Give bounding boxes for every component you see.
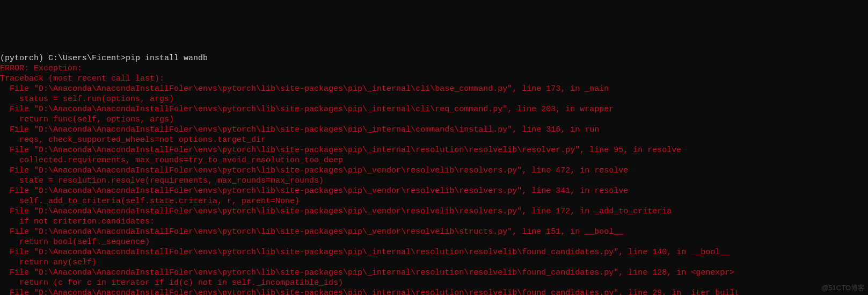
- trace-file: File "D:\Anaconda\AnacondaInstallFoler\e…: [0, 227, 623, 236]
- trace-file: File "D:\Anaconda\AnacondaInstallFoler\e…: [0, 186, 628, 196]
- trace-code: return bool(self._sequence): [0, 238, 150, 247]
- trace-file: File "D:\Anaconda\AnacondaInstallFoler\e…: [0, 166, 628, 175]
- trace-code: status = self.run(options, args): [0, 95, 174, 104]
- trace-code: reqs, check_supported_wheels=not options…: [0, 135, 266, 145]
- error-header: ERROR: Exception:: [0, 64, 82, 73]
- terminal-output[interactable]: (pytorch) C:\Users\Ficent>pip install wa…: [0, 51, 868, 295]
- traceback-frames: File "D:\Anaconda\AnacondaInstallFoler\e…: [0, 84, 868, 295]
- command-text: pip install wandb: [126, 54, 208, 63]
- trace-code: return any(self): [0, 258, 97, 267]
- trace-code: collected.requirements, max_rounds=try_t…: [0, 156, 343, 165]
- trace-file: File "D:\Anaconda\AnacondaInstallFoler\e…: [0, 207, 672, 216]
- trace-code: return (c for c in iterator if id(c) not…: [0, 278, 343, 287]
- trace-file: File "D:\Anaconda\AnacondaInstallFoler\e…: [0, 84, 609, 93]
- trace-code: state = resolution.resolve(requirements,…: [0, 176, 324, 185]
- trace-file: File "D:\Anaconda\AnacondaInstallFoler\e…: [0, 146, 681, 155]
- trace-file: File "D:\Anaconda\AnacondaInstallFoler\e…: [0, 268, 734, 277]
- prompt-env: (pytorch): [0, 54, 48, 63]
- trace-code: self._add_to_criteria(self.state.criteri…: [0, 197, 300, 206]
- traceback-header: Traceback (most recent call last):: [0, 74, 164, 83]
- prompt-path: C:\Users\Ficent>: [48, 54, 126, 63]
- trace-code: if not criterion.candidates:: [0, 217, 155, 226]
- trace-file: File "D:\Anaconda\AnacondaInstallFoler\e…: [0, 125, 599, 134]
- trace-code: return func(self, options, args): [0, 115, 174, 124]
- trace-file: File "D:\Anaconda\AnacondaInstallFoler\e…: [0, 105, 614, 114]
- watermark: @51CTO博客: [821, 283, 865, 293]
- trace-file: File "D:\Anaconda\AnacondaInstallFoler\e…: [0, 248, 730, 257]
- trace-file: File "D:\Anaconda\AnacondaInstallFoler\e…: [0, 289, 739, 295]
